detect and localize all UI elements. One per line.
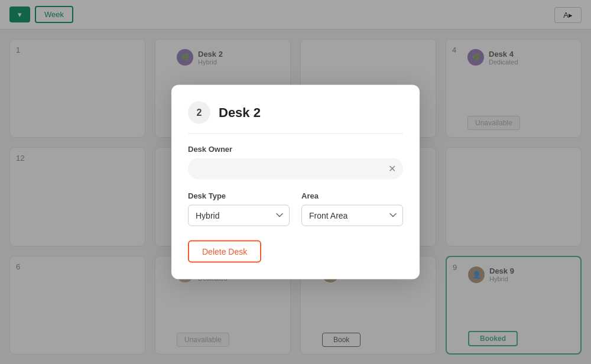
area-label: Area [301, 191, 403, 200]
modal-desk-number: 2 [188, 102, 210, 124]
modal-header: 2 Desk 2 [188, 102, 403, 134]
desk-type-label: Desk Type [188, 191, 290, 200]
desk-type-group: Desk Type Hybrid Dedicated Hot Desk [188, 191, 290, 226]
desk-type-select[interactable]: Hybrid Dedicated Hot Desk [188, 205, 290, 226]
desk-form-row: Desk Type Hybrid Dedicated Hot Desk Area… [188, 191, 403, 226]
owner-clear-button[interactable]: ✕ [388, 164, 396, 174]
owner-section: Desk Owner ✕ [188, 145, 403, 180]
owner-label: Desk Owner [188, 145, 403, 154]
modal-desk-title: Desk 2 [219, 105, 261, 121]
desk-edit-modal: 2 Desk 2 Desk Owner ✕ Desk Type Hybrid D… [171, 85, 420, 280]
modal-footer: Delete Desk [188, 240, 403, 263]
area-select[interactable]: Front Area Back Area Meeting Room [301, 205, 403, 226]
delete-desk-button[interactable]: Delete Desk [188, 240, 261, 263]
owner-field-wrap: ✕ [188, 158, 403, 180]
owner-input[interactable] [188, 158, 403, 180]
area-group: Area Front Area Back Area Meeting Room [301, 191, 403, 226]
